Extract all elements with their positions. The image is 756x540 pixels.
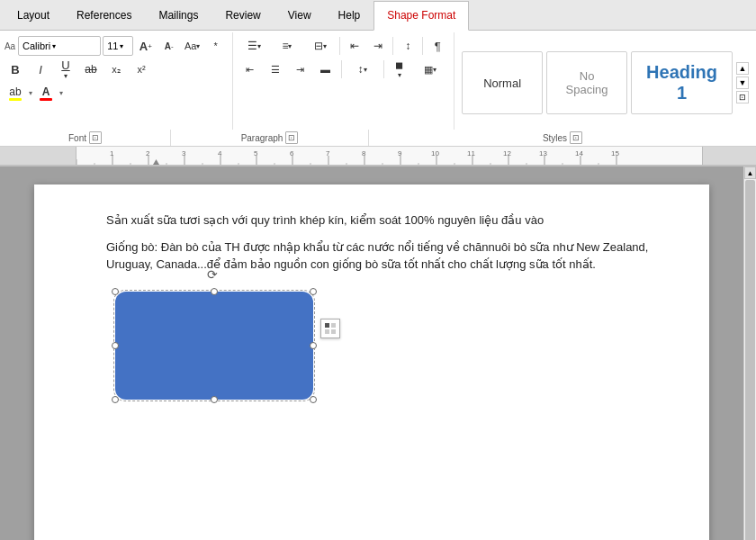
- handle-bottom-middle[interactable]: [211, 396, 218, 403]
- borders-icon: ▦: [424, 64, 433, 76]
- subscript-icon: x₂: [112, 64, 121, 76]
- style-heading1[interactable]: Heading 1: [631, 51, 733, 114]
- change-case-icon: Aa: [184, 40, 196, 51]
- svg-rect-48: [325, 329, 329, 334]
- pilcrow-icon: ¶: [435, 40, 441, 53]
- paragraph-section-expand[interactable]: ⊡: [285, 131, 298, 144]
- underline-button[interactable]: U ▾: [54, 59, 77, 79]
- font-name-value: Calibri: [22, 40, 50, 51]
- doc-wrapper: Sản xuất sữa tươi sạch với quy trình khé…: [0, 166, 756, 540]
- increase-indent-button[interactable]: ⇥: [367, 36, 389, 56]
- page: Sản xuất sữa tươi sạch với quy trình khé…: [34, 184, 709, 540]
- borders-button[interactable]: ▦▾: [413, 59, 447, 79]
- font-size-value: 11: [107, 40, 118, 51]
- align-center-icon: ☰: [271, 64, 280, 76]
- styles-more[interactable]: ⊡: [736, 91, 749, 104]
- handle-top-middle[interactable]: [211, 288, 218, 295]
- numbering-button[interactable]: ≡▾: [272, 36, 303, 56]
- shrink-font-button[interactable]: A-: [158, 36, 180, 56]
- align-left-icon: ⇤: [246, 64, 254, 76]
- svg-text:9: 9: [398, 149, 402, 158]
- font-color-bar: [40, 98, 52, 101]
- styles-scroll-down[interactable]: ▼: [736, 76, 749, 89]
- styles-scroll-up[interactable]: ▲: [736, 62, 749, 75]
- shape-container[interactable]: ⟳: [115, 292, 313, 400]
- svg-text:11: 11: [467, 149, 475, 158]
- sort-icon: ↕: [405, 40, 410, 52]
- style-normal[interactable]: Normal: [462, 51, 543, 114]
- grow-font-icon: A: [140, 40, 148, 53]
- svg-text:15: 15: [611, 149, 619, 158]
- styles-row: Normal No Spacing Heading 1 ▲ ▼ ⊡: [462, 36, 749, 130]
- show-hide-button[interactable]: ¶: [427, 36, 448, 56]
- sort-button[interactable]: ↕: [397, 36, 418, 56]
- multilevel-chevron: ▾: [323, 42, 327, 50]
- align-left-button[interactable]: ⇤: [238, 59, 262, 79]
- italic-button[interactable]: I: [29, 59, 52, 79]
- handle-top-left[interactable]: [112, 288, 119, 295]
- increase-indent-icon: ⇥: [374, 40, 382, 52]
- styles-section-expand[interactable]: ⊡: [570, 131, 582, 144]
- scroll-thumb[interactable]: [745, 180, 755, 540]
- subscript-button[interactable]: x₂: [104, 59, 128, 79]
- line-spacing-chevron: ▾: [364, 66, 367, 74]
- tab-review[interactable]: Review: [212, 0, 274, 30]
- tab-shape-format[interactable]: Shape Format: [374, 1, 469, 31]
- multilevel-list-button[interactable]: ⊟▾: [304, 36, 336, 56]
- style-no-spacing[interactable]: No Spacing: [546, 51, 627, 114]
- right-scrollbar: ▲ ▼: [743, 166, 756, 540]
- tab-help[interactable]: Help: [325, 0, 374, 30]
- selection-border: [113, 290, 315, 401]
- font-name-dropdown[interactable]: Calibri ▾: [18, 36, 101, 56]
- align-center-button[interactable]: ☰: [264, 59, 287, 79]
- grow-font-button[interactable]: A+: [135, 36, 157, 56]
- rotate-handle[interactable]: ⟳: [207, 266, 221, 281]
- clear-formatting-button[interactable]: *: [205, 36, 227, 56]
- strikethrough-button[interactable]: ab: [79, 59, 103, 79]
- italic-icon: I: [39, 63, 42, 76]
- handle-bottom-right[interactable]: [310, 396, 317, 403]
- styles-scroll-buttons[interactable]: ▲ ▼ ⊡: [736, 62, 749, 104]
- section-labels: Font ⊡ Paragraph ⊡ Styles ⊡: [0, 130, 756, 146]
- highlight-button[interactable]: ab: [4, 83, 27, 103]
- svg-text:6: 6: [290, 149, 294, 158]
- svg-text:2: 2: [146, 149, 150, 158]
- svg-rect-47: [331, 323, 336, 328]
- styles-section-label: Styles ⊡: [369, 130, 756, 146]
- bold-icon: B: [11, 63, 19, 76]
- handle-top-right[interactable]: [310, 288, 317, 295]
- font-size-dropdown[interactable]: 11 ▾: [103, 36, 133, 56]
- layout-options-button[interactable]: [320, 319, 340, 338]
- tab-references[interactable]: References: [63, 0, 145, 30]
- bullets-button[interactable]: ☰▾: [238, 36, 270, 56]
- svg-text:1: 1: [110, 149, 114, 158]
- bold-button[interactable]: B: [4, 59, 27, 79]
- highlight-color-bar: [9, 98, 22, 101]
- tab-mailings[interactable]: Mailings: [145, 0, 212, 30]
- align-right-button[interactable]: ⇥: [289, 59, 312, 79]
- shrink-font-icon: A: [165, 41, 171, 51]
- separator2: [392, 37, 393, 55]
- change-case-button[interactable]: Aa▾: [182, 36, 203, 56]
- scroll-up-button[interactable]: ▲: [744, 166, 756, 179]
- decrease-indent-button[interactable]: ⇤: [344, 36, 365, 56]
- svg-text:5: 5: [254, 149, 258, 158]
- bullets-chevron: ▾: [257, 42, 261, 50]
- handle-middle-left[interactable]: [112, 342, 119, 349]
- ruler-left-margin: [0, 147, 76, 165]
- font-color-button[interactable]: A: [34, 83, 58, 103]
- line-spacing-button[interactable]: ↕▾: [346, 59, 380, 79]
- ribbon: Layout References Mailings Review View H…: [0, 0, 756, 147]
- font-section-expand[interactable]: ⊡: [89, 131, 102, 144]
- tab-layout[interactable]: Layout: [4, 0, 63, 30]
- shading-button[interactable]: ◼ ▾: [388, 59, 411, 79]
- tab-view[interactable]: View: [274, 0, 325, 30]
- justify-button[interactable]: ▬: [314, 59, 338, 79]
- superscript-icon: x²: [137, 64, 145, 75]
- handle-bottom-left[interactable]: [112, 396, 119, 403]
- handle-middle-right[interactable]: [310, 342, 317, 349]
- font-section: Aa Calibri ▾ 11 ▾ A+ A- Aa▾: [4, 32, 233, 130]
- shape-rectangle[interactable]: [115, 292, 313, 400]
- svg-text:7: 7: [326, 149, 330, 158]
- superscript-button[interactable]: x²: [130, 59, 153, 79]
